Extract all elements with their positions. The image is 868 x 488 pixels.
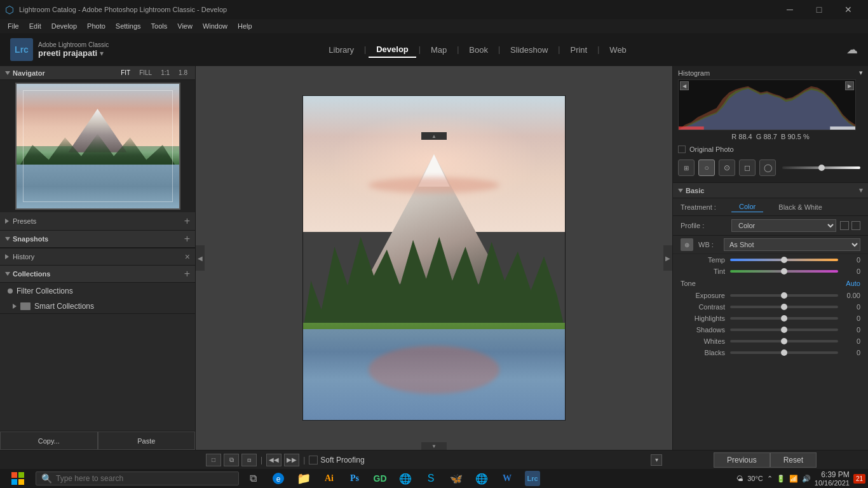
menu-develop[interactable]: Develop xyxy=(46,21,82,31)
menu-view[interactable]: View xyxy=(172,21,198,31)
extra-icon[interactable]: 🦋 xyxy=(445,469,468,488)
history-header[interactable]: History × xyxy=(0,248,195,265)
next-view-button[interactable]: ▶▶ xyxy=(284,454,299,466)
taskbar-search-input[interactable] xyxy=(56,474,233,483)
menu-settings[interactable]: Settings xyxy=(111,21,146,31)
basic-panel-options-icon[interactable]: ▾ xyxy=(859,186,863,194)
minimize-button[interactable]: ─ xyxy=(775,0,804,19)
loupe-view-button[interactable]: □ xyxy=(206,454,221,466)
profile-select[interactable]: Color xyxy=(731,219,836,232)
nav-develop[interactable]: Develop xyxy=(369,42,416,58)
close-button[interactable]: ✕ xyxy=(834,0,863,19)
chrome-icon[interactable]: 🌐 xyxy=(470,469,493,488)
develop-tools-row: ⊞ ○ ⊙ ◻ ◯ xyxy=(678,156,863,180)
filter-collections-item[interactable]: Filter Collections xyxy=(0,283,195,299)
histogram-shadow-warning[interactable]: ◀ xyxy=(680,81,689,90)
basic-panel-header[interactable]: Basic ▾ xyxy=(673,183,868,198)
smart-collections-item[interactable]: Smart Collections xyxy=(0,299,195,313)
reset-button[interactable]: Reset xyxy=(770,452,817,468)
profile-grid-icon-1[interactable] xyxy=(840,221,849,230)
copy-button[interactable]: Copy... xyxy=(0,431,98,450)
highlights-slider[interactable] xyxy=(730,317,838,320)
bw-treatment-button[interactable]: Black & White xyxy=(771,202,829,212)
gradient-tool-icon[interactable]: ◯ xyxy=(759,159,776,176)
nav-slideshow[interactable]: Slideshow xyxy=(503,43,555,57)
history-close-button[interactable]: × xyxy=(185,252,190,262)
file-explorer-icon[interactable]: 📁 xyxy=(292,469,315,488)
teams-icon[interactable]: 🌐 xyxy=(394,469,417,488)
nav-web[interactable]: Web xyxy=(602,43,634,57)
crop-tool-icon[interactable]: ○ xyxy=(698,159,715,176)
navigator-header[interactable]: Navigator FIT FILL 1:1 1.8 xyxy=(0,66,195,80)
left-panel-collapse[interactable]: ◀ xyxy=(196,245,205,271)
word-icon[interactable]: W xyxy=(496,469,519,488)
task-view-button[interactable]: ⧉ xyxy=(241,469,264,488)
paste-button[interactable]: Paste xyxy=(98,431,196,450)
nav-map[interactable]: Map xyxy=(423,43,454,57)
color-treatment-button[interactable]: Color xyxy=(731,201,763,212)
tone-curve-slider[interactable] xyxy=(782,166,860,169)
menu-edit[interactable]: Edit xyxy=(24,21,46,31)
start-button[interactable] xyxy=(3,469,33,488)
survey-view-button[interactable]: ⧈ xyxy=(241,454,257,466)
profile-grid-icon-2[interactable] xyxy=(851,221,860,230)
menu-file[interactable]: File xyxy=(3,21,24,31)
nav-book[interactable]: Book xyxy=(461,43,496,57)
presets-add-button[interactable]: + xyxy=(184,215,190,227)
blacks-slider[interactable] xyxy=(730,351,838,354)
custom-zoom[interactable]: 1.8 xyxy=(176,69,190,77)
spot-heal-tool-icon[interactable]: ⊙ xyxy=(719,159,735,176)
one-to-one-zoom[interactable]: 1:1 xyxy=(158,69,172,77)
temp-slider[interactable] xyxy=(730,259,838,261)
skype-icon[interactable]: S xyxy=(419,469,442,488)
right-panel-collapse[interactable]: ▶ xyxy=(663,245,672,271)
histogram-collapse-icon[interactable]: ▾ xyxy=(859,69,863,77)
taskbar-up-arrow-icon[interactable]: ⌃ xyxy=(767,475,773,483)
snapshots-add-button[interactable]: + xyxy=(184,233,190,245)
tint-slider[interactable] xyxy=(730,270,838,273)
wb-select[interactable]: As Shot Auto Daylight Cloudy Custom xyxy=(724,238,860,251)
edge-browser-icon[interactable]: e xyxy=(267,469,290,488)
photoshop-icon[interactable]: Ps xyxy=(343,469,366,488)
collections-add-button[interactable]: + xyxy=(184,268,190,280)
cloud-sync-icon[interactable]: ☁ xyxy=(846,43,858,57)
original-photo-checkbox[interactable] xyxy=(678,146,686,153)
window-controls: ─ □ ✕ xyxy=(775,0,863,19)
toolbar-options-button[interactable]: ▾ xyxy=(651,454,662,466)
soft-proofing-checkbox[interactable] xyxy=(309,456,318,464)
previous-button[interactable]: Previous xyxy=(714,452,770,468)
grid-tool-icon[interactable]: ⊞ xyxy=(678,159,695,176)
system-clock[interactable]: 6:39 PM 10/16/2021 xyxy=(815,470,850,487)
collections-header[interactable]: Collections + xyxy=(0,266,195,283)
user-dropdown-icon[interactable]: ▾ xyxy=(100,49,104,58)
fill-zoom[interactable]: FILL xyxy=(137,69,154,77)
contrast-slider[interactable] xyxy=(730,306,838,308)
lightroom-taskbar-icon[interactable]: Lrc xyxy=(521,469,544,488)
compare-view-button[interactable]: ⧉ xyxy=(224,454,239,466)
red-eye-tool-icon[interactable]: ◻ xyxy=(739,159,756,176)
auto-tone-button[interactable]: Auto xyxy=(846,280,860,287)
maximize-button[interactable]: □ xyxy=(804,0,834,19)
center-canvas xyxy=(196,66,672,450)
menu-window[interactable]: Window xyxy=(198,21,233,31)
menu-help[interactable]: Help xyxy=(233,21,257,31)
snapshots-header[interactable]: Snapshots + xyxy=(0,231,195,248)
menu-tools[interactable]: Tools xyxy=(146,21,173,31)
nav-print[interactable]: Print xyxy=(562,43,595,57)
menu-photo[interactable]: Photo xyxy=(82,21,111,31)
eyedropper-tool-icon[interactable]: ⊕ xyxy=(681,238,693,251)
nav-library[interactable]: Library xyxy=(321,43,362,57)
histogram-highlight-warning[interactable]: ▶ xyxy=(845,81,854,90)
presets-header[interactable]: Presets + xyxy=(0,212,195,230)
illustrator-icon[interactable]: Ai xyxy=(318,469,341,488)
notification-badge[interactable]: 21 xyxy=(853,474,865,484)
taskbar-search-box[interactable]: 🔍 xyxy=(36,471,239,485)
exposure-slider[interactable] xyxy=(730,294,838,297)
shadows-slider[interactable] xyxy=(730,329,838,331)
fit-zoom[interactable]: FIT xyxy=(118,69,133,77)
whites-slider[interactable] xyxy=(730,340,838,342)
bottom-panel-collapse[interactable]: ▼ xyxy=(421,442,447,450)
top-panel-collapse[interactable]: ▲ xyxy=(421,132,447,140)
gd-icon[interactable]: GD xyxy=(369,469,391,488)
prev-view-button[interactable]: ◀◀ xyxy=(266,454,281,466)
